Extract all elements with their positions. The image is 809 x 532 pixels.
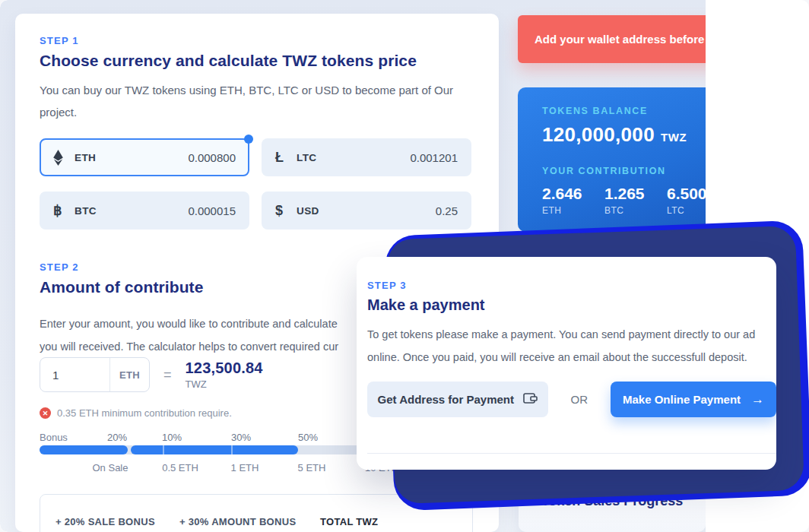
page: STEP 1 Choose currency and calculate TWZ… (0, 0, 809, 532)
conversion-result: 123,500.84 TWZ (186, 359, 263, 390)
error-text: 0.35 ETH minimum contribution require. (57, 407, 232, 419)
currency-tile-btc[interactable]: ฿ BTC 0.000015 (40, 192, 249, 230)
arrow-right-icon: → (751, 392, 764, 407)
step3-description-line2: online. Once you paid, you will receive … (367, 346, 776, 369)
bonus-percent: 20% (107, 432, 127, 443)
tokens-balance-unit: TWZ (661, 131, 687, 144)
currency-rate: 0.25 (436, 204, 458, 217)
sale-bonus-label: + 20% SALE BONUS (56, 516, 155, 527)
axis-label: On Sale (93, 462, 128, 473)
usd-icon: $ (275, 203, 297, 219)
contribution-currency: LTC (667, 205, 706, 216)
bonus-percent: 50% (298, 432, 318, 443)
currency-tile-eth[interactable]: ETH 0.000800 (40, 138, 249, 176)
bar-tick (163, 445, 164, 454)
step1-title: Choose currency and calculate TWZ tokens… (40, 52, 417, 70)
btc-icon: ฿ (53, 202, 75, 219)
amount-unit: ETH (109, 358, 149, 391)
bonus-percent: 10% (162, 432, 182, 443)
axis-label: 5 ETH (298, 462, 326, 473)
equals-sign: = (163, 367, 172, 383)
get-address-label: Get Address for Payment (378, 393, 515, 406)
eth-icon (53, 150, 75, 166)
total-twz-label: TOTAL TWZ (320, 516, 378, 527)
currency-code: ETH (75, 152, 96, 163)
currency-code: LTC (297, 152, 316, 163)
wallet-icon (523, 392, 538, 407)
bonus-label: Bonus (40, 432, 68, 443)
step2-description-line1: Enter your amount, you would like to con… (40, 313, 338, 335)
bonus-percent: 30% (231, 432, 251, 443)
step1-description: You can buy our TWZ tokens using ETH, BT… (40, 79, 458, 123)
payment-card: STEP 3 Make a payment To get tokens plea… (357, 257, 776, 470)
divider (367, 453, 776, 454)
currency-code: BTC (75, 205, 97, 217)
contribution-amount: 1.265 (604, 185, 667, 203)
contribution-label: YOUR CONTRIBUTION (542, 166, 706, 176)
bar-tick (231, 445, 233, 454)
or-separator: OR (571, 393, 589, 406)
bonus-fill-segment (40, 445, 128, 454)
step2-description-line2: you will received. The calculator helps … (40, 336, 338, 358)
validation-error: ✕ 0.35 ETH minimum contribution require. (40, 407, 232, 419)
contribution-currency: BTC (604, 205, 667, 216)
currency-tile-usd[interactable]: $ USD 0.25 (262, 192, 471, 230)
wallet-alert-banner[interactable]: Add your wallet address before bu (518, 15, 706, 63)
contribution-btc: 1.265 BTC (604, 185, 667, 216)
result-value: 123,500.84 (186, 359, 263, 377)
axis-label: 1 ETH (231, 462, 259, 473)
contribution-currency: ETH (542, 205, 604, 216)
step1-label: STEP 1 (40, 35, 79, 46)
payment-actions: Get Address for Payment OR Make Online P… (367, 382, 776, 417)
ltc-icon: Ł (275, 150, 297, 166)
contribution-amount: 2.646 (542, 185, 604, 203)
tokens-balance-card: TOKENS BALANCE 120,000,000 TWZ YOUR CONT… (518, 87, 706, 232)
error-icon: ✕ (40, 407, 51, 419)
tokens-balance-value: 120,000,000 (542, 123, 655, 147)
selected-indicator (244, 135, 253, 144)
wallet-alert-text: Add your wallet address before bu (535, 33, 706, 46)
amount-bonus-label: + 30% AMOUNT BONUS (179, 516, 296, 527)
step3-label: STEP 3 (367, 280, 776, 291)
currency-tile-ltc[interactable]: Ł LTC 0.001201 (262, 138, 471, 176)
currency-rate: 0.000015 (188, 204, 236, 217)
step3-description-line1: To get tokens please make a payment. You… (367, 323, 776, 346)
make-online-payment-button[interactable]: Make Online Payment → (611, 382, 776, 417)
bonus-fill-segment (131, 445, 298, 454)
contribution-amount: 6.500 (667, 185, 706, 203)
step2-title: Amount of contribute (40, 278, 203, 296)
pay-button-label: Make Online Payment (623, 393, 741, 406)
step2-label: STEP 2 (40, 261, 79, 273)
result-unit: TWZ (186, 378, 263, 390)
amount-input[interactable]: 1 ETH (40, 357, 150, 392)
currency-rate: 0.000800 (188, 151, 236, 164)
amount-row: 1 ETH = 123,500.84 TWZ (40, 357, 263, 392)
step3-title: Make a payment (367, 296, 776, 314)
amount-value[interactable]: 1 (40, 369, 109, 382)
contribution-ltc: 6.500 LTC (667, 185, 706, 216)
get-address-button[interactable]: Get Address for Payment (367, 382, 548, 417)
currency-code: USD (297, 205, 319, 217)
currency-rate: 0.001201 (410, 151, 458, 164)
contribution-eth: 2.646 ETH (542, 185, 604, 216)
tokens-balance-label: TOKENS BALANCE (542, 106, 706, 116)
axis-label: 0.5 ETH (162, 462, 198, 473)
